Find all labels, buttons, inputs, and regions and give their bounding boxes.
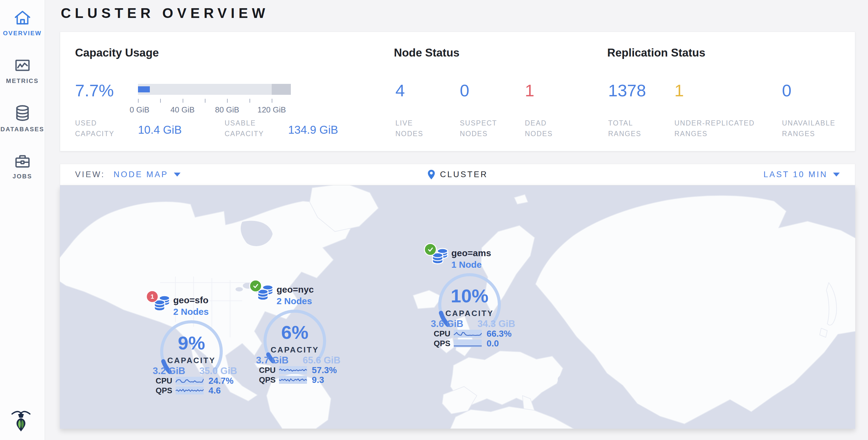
cpu-value: 24.7%: [209, 376, 234, 386]
capacity-caption: CAPACITY: [158, 356, 225, 365]
check-icon: [252, 282, 259, 290]
locality-nodes-link[interactable]: 2 Nodes: [277, 296, 312, 306]
qps-row: QPS 4.6: [156, 386, 240, 395]
sidebar: OVERVIEW METRICS DATABASES: [0, 0, 45, 440]
locality-marker-sfo[interactable]: 1 geo=sfo 2 Nodes 9% CAPACITY 3.2 GiB 35…: [149, 290, 240, 397]
cpu-value: 57.3%: [312, 365, 337, 375]
sidebar-item-label: OVERVIEW: [0, 30, 45, 37]
capacity-usage-title: Capacity Usage: [75, 46, 159, 59]
capacity-bar-fill: [138, 86, 150, 92]
view-selector-dropdown[interactable]: NODE MAP: [114, 170, 181, 179]
unavailable-ranges-count: 0: [782, 81, 792, 100]
used-capacity-value: 10.4 GiB: [138, 124, 182, 136]
under-replicated-count: 1: [674, 81, 684, 100]
usable-capacity-label: USABLE CAPACITY: [225, 118, 279, 139]
time-range-value: LAST 10 MIN: [764, 170, 828, 179]
locality-name: geo=nyc: [277, 284, 314, 295]
cockroachdb-logo: [10, 406, 32, 435]
cpu-row: CPU 57.3%: [259, 366, 343, 374]
qps-value: 9.3: [312, 375, 324, 385]
bar-tick-label: 80 GiB: [215, 105, 240, 115]
qps-sparkline: [279, 376, 307, 384]
bar-tick: [205, 99, 206, 103]
bar-tick-label: 120 GiB: [257, 105, 286, 115]
qps-sparkline: [454, 339, 482, 347]
bar-tick: [138, 99, 138, 103]
bar-tick: [272, 99, 272, 103]
page-title: CLUSTER OVERVIEW: [61, 5, 269, 21]
live-nodes-count: 4: [395, 81, 405, 100]
bar-tick: [160, 99, 161, 103]
suspect-nodes-count: 0: [460, 81, 469, 100]
qps-row: QPS 0.0: [434, 339, 518, 348]
bar-tick: [250, 99, 250, 103]
time-range-dropdown[interactable]: LAST 10 MIN: [764, 170, 840, 179]
sidebar-item-metrics[interactable]: METRICS: [0, 37, 45, 85]
dead-nodes-label: DEAD NODES: [525, 118, 570, 139]
sidebar-item-overview[interactable]: OVERVIEW: [0, 0, 45, 37]
locality-name: geo=sfo: [173, 295, 209, 305]
home-icon: [13, 8, 32, 26]
jobs-icon: [13, 152, 32, 169]
databases-icon: [13, 104, 32, 122]
bar-tick-label: 40 GiB: [170, 105, 195, 115]
bar-tick: [227, 99, 228, 103]
cpu-sparkline: [279, 366, 307, 374]
bar-tick-label: 0 GiB: [130, 105, 150, 115]
view-bar: VIEW: NODE MAP CLUSTER LAST 10 MIN: [60, 164, 855, 185]
main-content: CLUSTER OVERVIEW Capacity Usage 7.7% 0 G…: [60, 0, 855, 440]
capacity-percent: 10%: [436, 285, 503, 307]
capacity-caption: CAPACITY: [436, 309, 503, 318]
check-icon: [427, 246, 434, 253]
capacity-bar-reserved: [272, 84, 291, 95]
capacity-bar: 0 GiB 40 GiB 80 GiB 120 GiB: [138, 84, 291, 114]
locality-name: geo=ams: [451, 248, 491, 258]
metrics-icon: [13, 57, 32, 74]
locality-total-capacity: 34.3 GiB: [475, 318, 518, 329]
dead-node-badge: 1: [146, 290, 159, 303]
cpu-row: CPU 24.7%: [156, 376, 240, 385]
cpu-sparkline: [176, 377, 204, 385]
capacity-caption: CAPACITY: [261, 345, 328, 355]
node-map: 1 geo=sfo 2 Nodes 9% CAPACITY 3.2 GiB 35…: [60, 185, 855, 429]
sidebar-item-label: JOBS: [0, 173, 45, 180]
cpu-label: CPU: [434, 329, 452, 339]
live-nodes-label: LIVE NODES: [395, 118, 441, 139]
chevron-down-icon: [833, 172, 840, 177]
sidebar-item-databases[interactable]: DATABASES: [0, 85, 45, 133]
locality-total-capacity: 65.6 GiB: [300, 355, 343, 366]
qps-label: QPS: [259, 375, 277, 385]
under-replicated-label: UNDER-REPLICATED RANGES: [674, 118, 784, 139]
qps-value: 0.0: [487, 339, 499, 349]
usable-capacity-value: 134.9 GiB: [288, 124, 338, 136]
qps-row: QPS 9.3: [259, 376, 343, 384]
view-label: VIEW:: [75, 170, 105, 179]
dead-nodes-count: 1: [525, 81, 534, 100]
breadcrumb-cluster: CLUSTER: [440, 170, 488, 179]
locality-nodes-link[interactable]: 1 Node: [451, 259, 482, 270]
suspect-nodes-label: SUSPECT NODES: [460, 118, 508, 139]
sidebar-item-jobs[interactable]: JOBS: [0, 133, 45, 180]
cpu-sparkline: [454, 330, 482, 338]
used-capacity-label: USED CAPACITY: [75, 118, 130, 139]
location-pin-icon: [427, 169, 435, 180]
qps-label: QPS: [434, 339, 452, 348]
qps-label: QPS: [156, 386, 174, 395]
capacity-bar-track: [138, 84, 291, 95]
dead-node-count: 1: [150, 293, 154, 300]
locality-used-capacity: 3.6 GiB: [428, 318, 466, 329]
locality-nodes-link[interactable]: 2 Nodes: [173, 307, 209, 317]
cpu-value: 66.3%: [487, 329, 512, 339]
locality-total-capacity: 35.0 GiB: [197, 366, 240, 376]
unavailable-ranges-label: UNAVAILABLE RANGES: [782, 118, 849, 139]
sidebar-item-label: DATABASES: [0, 126, 45, 133]
capacity-percent: 6%: [261, 321, 328, 343]
total-ranges-label: TOTAL RANGES: [608, 118, 660, 139]
view-selector-value: NODE MAP: [114, 170, 168, 179]
map-breadcrumb: CLUSTER: [427, 169, 488, 180]
locality-marker-ams[interactable]: geo=ams 1 Node 10% CAPACITY 3.6 GiB 34.3…: [427, 243, 518, 349]
capacity-percent: 9%: [158, 332, 225, 354]
total-ranges-count: 1378: [608, 81, 646, 100]
cpu-label: CPU: [156, 376, 174, 386]
locality-marker-nyc[interactable]: geo=nyc 2 Nodes 6% CAPACITY 3.7 GiB 65.6…: [252, 280, 343, 386]
